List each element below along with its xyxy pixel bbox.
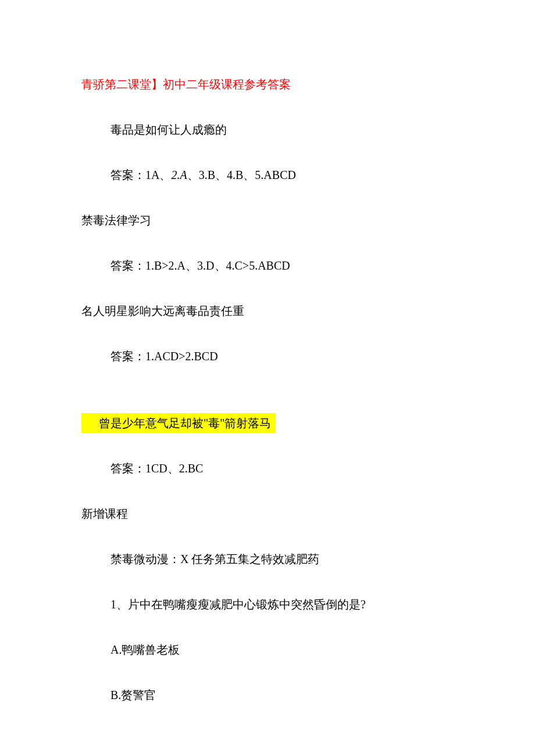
answer-prefix: 答案： (110, 462, 145, 475)
answer-text: 1CD、2.BC (145, 462, 203, 475)
answer-line-1: 答案：1A、2.A、3.B、4.B、5.ABCD (81, 166, 454, 184)
highlighted-section: 曾是少年意气足却被"毒"箭射落马 (81, 413, 276, 433)
question-1: 1、片中在鸭嘴瘦瘦减肥中心锻炼中突然昏倒的是? (81, 596, 454, 613)
answer-prefix: 答案： (110, 259, 145, 272)
answer-prefix: 答案： (110, 350, 145, 363)
section-heading-1: 毒品是如何让人成瘾的 (81, 121, 454, 138)
section-heading-3: 名人明星影响大远离毒品责任重 (81, 302, 454, 320)
option-a: A.鸭嘴兽老板 (81, 641, 454, 658)
answer-line-3: 答案：1.ACD>2.BCD (81, 347, 454, 365)
highlighted-answer: 答案：1CD、2.BC (81, 460, 454, 477)
option-b: B.赘警官 (81, 686, 454, 704)
answer-line-2: 答案：1.B>2.A、3.D、4.C>5.ABCD (81, 257, 454, 274)
answer-italic: 2.A (171, 169, 187, 181)
highlighted-text: 曾是少年意气足却被"毒"箭射落马 (99, 417, 271, 429)
section-heading-2: 禁毒法律学习 (81, 212, 454, 229)
answer-items: 1A、 (145, 169, 171, 181)
answer-text: 1.ACD>2.BCD (145, 350, 218, 363)
new-courses-title: 新增课程 (81, 505, 454, 522)
answer-rest: 、3.B、4.B、5.ABCD (187, 169, 296, 181)
course-name: 禁毒微动漫：X 任务第五集之特效减肥药 (81, 550, 454, 568)
answer-prefix: 答案： (110, 169, 145, 181)
answer-text: 1.B>2.A、3.D、4.C>5.ABCD (145, 259, 290, 272)
page-title: 青骄第二课堂】初中二年级课程参考答案 (81, 76, 454, 93)
